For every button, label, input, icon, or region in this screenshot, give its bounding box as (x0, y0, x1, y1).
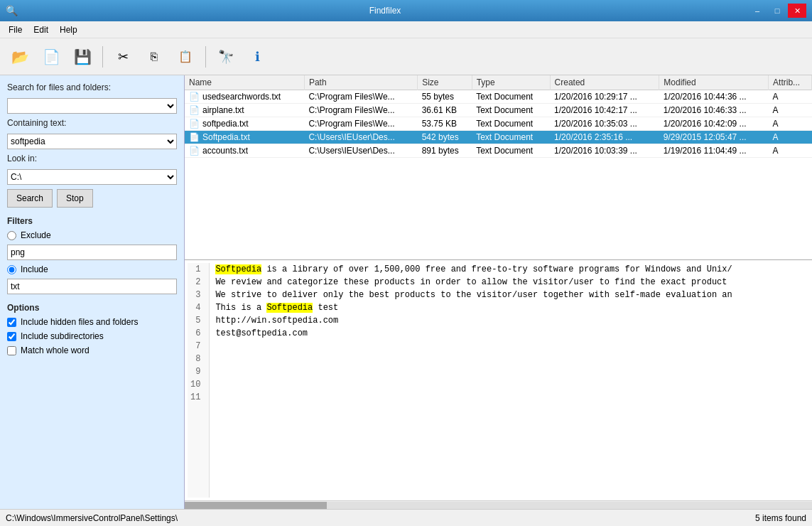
preview-line-text: is a library of over 1,500,000 free and … (261, 264, 732, 274)
table-row[interactable]: 📄softpedia.txtC:\Program Files\We...53.7… (185, 117, 812, 131)
table-row[interactable]: 📄accounts.txtC:\Users\IEUser\Des...891 b… (185, 144, 812, 158)
hidden-files-label: Include hidden files and folders (21, 317, 138, 327)
close-button[interactable]: ✕ (788, 4, 806, 18)
scroll-track[interactable] (185, 502, 812, 509)
table-cell: Text Document (472, 104, 550, 117)
left-panel: Search for files and folders: Containing… (0, 75, 185, 509)
file-icon: 📄 (189, 105, 200, 115)
new-button[interactable]: 📄 (37, 43, 65, 71)
table-cell: 36.61 KB (418, 104, 472, 117)
statusbar: C:\Windows\ImmersiveControlPanel\Setting… (0, 509, 812, 526)
menubar: File Edit Help (0, 21, 812, 38)
col-modified[interactable]: Modified (659, 75, 769, 90)
table-row[interactable]: 📄Softpedia.txtC:\Users\IEUser\Des...542 … (185, 131, 812, 144)
lookin-input[interactable]: C:\ (7, 169, 177, 185)
table-row[interactable]: 📄airplane.txtC:\Program Files\We...36.61… (185, 104, 812, 117)
include-label: Include (21, 264, 48, 274)
line-number: 10 (188, 378, 203, 391)
table-cell: C:\Users\IEUser\Des... (304, 144, 417, 158)
status-count: 5 items found (755, 513, 806, 523)
subdirs-label: Include subdirectories (21, 331, 104, 341)
hidden-files-checkbox[interactable] (7, 318, 16, 327)
include-input[interactable] (7, 279, 177, 294)
maximize-button[interactable]: □ (768, 4, 786, 18)
col-size[interactable]: Size (418, 75, 472, 90)
highlight-text: Softpedia (266, 303, 313, 313)
right-panel: Name Path Size Type Created Modified Att… (185, 75, 812, 509)
table-row[interactable]: 📄usedsearchwords.txtC:\Program Files\We.… (185, 90, 812, 104)
exclude-radio[interactable] (7, 231, 16, 240)
line-number: 9 (188, 365, 203, 378)
main-area: Search for files and folders: Containing… (0, 75, 812, 509)
titlebar: 🔍 Findfilex – □ ✕ (0, 0, 812, 21)
subdirs-row: Include subdirectories (7, 331, 177, 341)
subdirs-checkbox[interactable] (7, 332, 16, 341)
file-icon: 📄 (189, 119, 200, 129)
highlight-text: Softpedia (215, 264, 261, 274)
menu-file[interactable]: File (3, 23, 28, 36)
col-name[interactable]: Name (185, 75, 304, 90)
preview-line-text: test@softpedia.com (215, 328, 308, 338)
exclude-row: Exclude (7, 230, 177, 240)
preview-line: We strive to deliver only the best produ… (215, 289, 809, 301)
table-header-row: Name Path Size Type Created Modified Att… (185, 75, 812, 90)
col-attr[interactable]: Attrib... (769, 75, 812, 90)
exclude-input[interactable] (7, 245, 177, 260)
app-title: Findfilex (22, 6, 748, 16)
table-cell: 📄usedsearchwords.txt (185, 90, 304, 104)
line-number: 4 (188, 301, 203, 314)
menu-edit[interactable]: Edit (28, 23, 54, 36)
toolbar: 📂 📄 💾 ✂ ⎘ 📋 🔭 ℹ (0, 38, 812, 75)
info-button[interactable]: ℹ (243, 43, 271, 71)
wholeword-checkbox[interactable] (7, 346, 16, 355)
paste-button[interactable]: 📋 (171, 43, 200, 71)
table-cell: 1/20/2016 10:42:17 ... (550, 104, 659, 117)
cut-button[interactable]: ✂ (109, 43, 137, 71)
search-input[interactable] (7, 98, 177, 114)
table-cell: 55 bytes (418, 90, 472, 104)
col-path[interactable]: Path (304, 75, 417, 90)
open-button[interactable]: 📂 (6, 43, 34, 71)
stop-button[interactable]: Stop (57, 189, 93, 208)
menu-help[interactable]: Help (54, 23, 83, 36)
table-cell: A (769, 104, 812, 117)
search-button[interactable]: Search (7, 189, 53, 208)
file-icon: 📄 (189, 146, 200, 156)
table-cell: A (769, 90, 812, 104)
preview-line-text: We review and categorize these products … (215, 277, 727, 287)
table-cell: 891 bytes (418, 144, 472, 158)
line-number: 5 (188, 314, 203, 327)
lookin-label: Look in: (7, 154, 177, 163)
table-cell: 1/20/2016 2:35:16 ... (550, 131, 659, 144)
search-files-button[interactable]: 🔭 (212, 43, 240, 71)
col-created[interactable]: Created (550, 75, 659, 90)
line-number: 3 (188, 289, 203, 301)
containing-input[interactable]: softpedia (7, 134, 177, 149)
table-cell: Text Document (472, 131, 550, 144)
wholeword-row: Match whole word (7, 345, 177, 355)
preview-line-text: This is a (215, 303, 266, 313)
line-number: 6 (188, 327, 203, 340)
minimize-button[interactable]: – (748, 4, 767, 18)
table-cell: 1/19/2016 11:04:49 ... (659, 144, 769, 158)
include-radio[interactable] (7, 265, 16, 274)
preview-line: http://win.softpedia.com (215, 314, 809, 327)
exclude-label: Exclude (21, 230, 51, 240)
preview-line: This is a Softpedia test (215, 301, 809, 314)
scroll-thumb[interactable] (185, 502, 327, 509)
file-list[interactable]: Name Path Size Type Created Modified Att… (185, 75, 812, 260)
col-type[interactable]: Type (472, 75, 550, 90)
line-number: 1 (188, 263, 203, 276)
preview-content: 1234567891011 Softpedia is a library of … (185, 260, 812, 500)
copy-button[interactable]: ⎘ (140, 43, 168, 71)
table-cell: 1/20/2016 10:42:09 ... (659, 117, 769, 131)
file-icon: 📄 (189, 132, 200, 142)
search-label: Search for files and folders: (7, 82, 177, 92)
line-number: 11 (188, 391, 203, 404)
wholeword-label: Match whole word (21, 345, 90, 355)
horizontal-scrollbar[interactable] (185, 500, 812, 509)
table-cell: 1/20/2016 10:35:03 ... (550, 117, 659, 131)
table-cell: 1/20/2016 10:03:39 ... (550, 144, 659, 158)
save-button[interactable]: 💾 (68, 43, 97, 71)
table-cell: Text Document (472, 90, 550, 104)
